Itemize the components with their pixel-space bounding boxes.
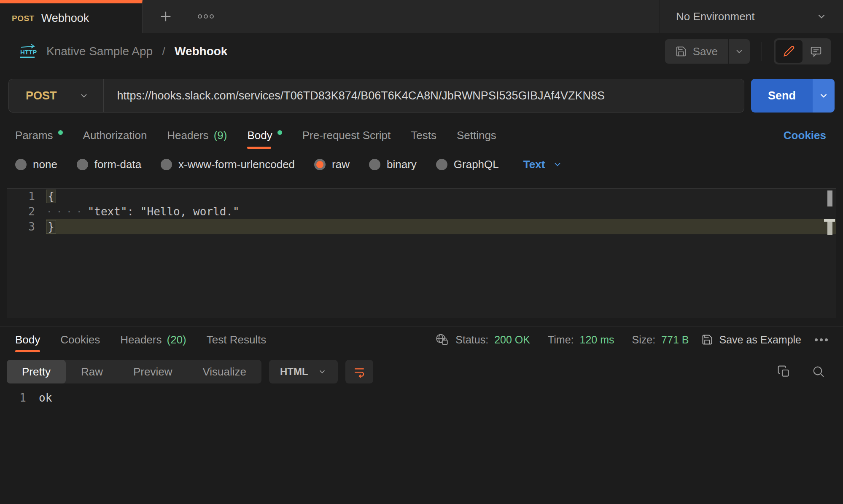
response-tab-body[interactable]: Body xyxy=(15,327,40,352)
response-line-number: 1 xyxy=(0,391,39,404)
close-brace: } xyxy=(46,220,56,233)
save-button-label: Save xyxy=(693,45,718,58)
response-line-text: ok xyxy=(39,391,52,404)
time-label: Time: xyxy=(548,334,574,346)
postman-window: POST Webhook No Environment HTTP Knative xyxy=(0,0,843,504)
radio-raw-label: raw xyxy=(332,158,350,171)
tab-settings-label: Settings xyxy=(457,129,496,142)
tab-params-label: Params xyxy=(15,129,53,142)
method-select[interactable]: POST xyxy=(9,79,103,112)
cookies-link[interactable]: Cookies xyxy=(784,122,828,149)
chevron-down-icon xyxy=(552,159,563,169)
tab-authorization-label: Authorization xyxy=(83,129,147,142)
response-headers-count: (20) xyxy=(167,333,186,346)
params-active-dot xyxy=(58,130,63,135)
radio-x-www-form-urlencoded[interactable]: x-www-form-urlencoded xyxy=(161,158,295,171)
radio-none[interactable]: none xyxy=(15,158,57,171)
code-line-1: 1 { xyxy=(7,189,836,204)
breadcrumb: HTTP Knative Sample App / Webhook xyxy=(19,43,227,59)
response-tab-test-results[interactable]: Test Results xyxy=(207,327,267,352)
request-header: HTTP Knative Sample App / Webhook Save xyxy=(0,33,843,70)
search-response-button[interactable] xyxy=(812,365,825,378)
more-options-icon xyxy=(197,13,215,20)
breadcrumb-separator: / xyxy=(162,45,165,58)
open-request-tab[interactable]: POST Webhook xyxy=(0,0,143,33)
tab-body-label: Body xyxy=(247,129,272,142)
method-label: POST xyxy=(26,89,57,102)
http-badge-icon: HTTP xyxy=(19,43,37,59)
radio-binary[interactable]: binary xyxy=(369,158,417,171)
body-type-bar: none form-data x-www-form-urlencoded raw… xyxy=(0,153,843,176)
globe-lock-icon xyxy=(435,333,450,346)
response-format-select[interactable]: HTML xyxy=(269,360,338,383)
view-preview[interactable]: Preview xyxy=(118,360,187,383)
response-body-viewer[interactable]: 1 ok xyxy=(0,383,843,504)
tab-params[interactable]: Params xyxy=(15,122,63,149)
save-options-button[interactable] xyxy=(729,39,750,64)
radio-graphql[interactable]: GraphQL xyxy=(436,158,499,171)
response-options-button[interactable] xyxy=(815,338,828,341)
response-view-switch: Pretty Raw Preview Visualize xyxy=(7,360,261,383)
tab-tests[interactable]: Tests xyxy=(411,122,436,149)
response-tab-headers[interactable]: Headers (20) xyxy=(120,327,186,352)
response-header: Body Cookies Headers (20) Test Results S… xyxy=(0,327,843,352)
tab-title: Webhook xyxy=(41,12,89,25)
tab-authorization[interactable]: Authorization xyxy=(83,122,147,149)
send-button[interactable]: Send xyxy=(751,79,813,113)
radio-raw[interactable]: raw xyxy=(314,158,350,171)
chevron-down-icon xyxy=(734,46,744,56)
url-input[interactable]: https://hooks.slack.com/services/T06TD83… xyxy=(104,79,744,112)
body-active-dot xyxy=(277,130,282,135)
view-pretty[interactable]: Pretty xyxy=(7,360,66,383)
breadcrumb-collection[interactable]: Knative Sample App xyxy=(46,45,153,58)
save-icon xyxy=(675,46,687,57)
save-button-group: Save xyxy=(665,39,750,64)
radio-circle xyxy=(77,159,88,170)
view-visualize[interactable]: Visualize xyxy=(187,360,261,383)
environment-selector[interactable]: No Environment xyxy=(660,0,843,33)
tab-body[interactable]: Body xyxy=(247,122,282,149)
raw-language-label: Text xyxy=(523,158,545,171)
new-tab-button[interactable] xyxy=(159,9,173,24)
response-tab-test-results-label: Test Results xyxy=(207,333,267,346)
request-section-tabs: Params Authorization Headers (9) Body Pr… xyxy=(0,122,843,149)
tab-pre-request-script[interactable]: Pre-request Script xyxy=(302,122,391,149)
code-line-3: 3 } xyxy=(7,219,836,234)
response-tab-headers-label: Headers xyxy=(120,333,162,346)
response-tab-body-label: Body xyxy=(15,333,40,346)
response-tab-cookies-label: Cookies xyxy=(60,333,100,346)
save-button[interactable]: Save xyxy=(665,39,728,64)
tab-pre-request-label: Pre-request Script xyxy=(302,129,391,142)
response-body-actions xyxy=(777,365,836,378)
request-body-editor[interactable]: 1 { 2 ···· "text": "Hello, world." 3 } xyxy=(7,188,836,318)
comments-button[interactable] xyxy=(803,40,830,63)
wrap-lines-button[interactable] xyxy=(345,360,373,383)
search-icon xyxy=(812,365,825,378)
radio-form-data-label: form-data xyxy=(94,158,141,171)
whitespace-dots: ···· xyxy=(46,205,86,218)
view-raw[interactable]: Raw xyxy=(66,360,118,383)
code-line-2: 2 ···· "text": "Hello, world." xyxy=(7,204,836,219)
tab-settings[interactable]: Settings xyxy=(457,122,496,149)
cursor-ruler-marker-stem xyxy=(827,222,832,235)
copy-response-button[interactable] xyxy=(777,365,791,378)
editor-scrollbar[interactable] xyxy=(827,190,833,317)
response-line-1: 1 ok xyxy=(0,390,843,405)
tab-headers[interactable]: Headers (9) xyxy=(167,122,227,149)
code-text: "text": "Hello, world." xyxy=(88,205,240,218)
headers-count: (9) xyxy=(214,129,227,142)
open-brace: { xyxy=(46,190,56,203)
tab-options-button[interactable] xyxy=(197,13,215,20)
scrollbar-thumb[interactable] xyxy=(827,190,832,206)
radio-graphql-label: GraphQL xyxy=(454,158,499,171)
header-divider xyxy=(762,42,762,61)
radio-form-data[interactable]: form-data xyxy=(77,158,141,171)
edit-request-button[interactable] xyxy=(776,40,803,63)
response-tab-cookies[interactable]: Cookies xyxy=(60,327,100,352)
raw-language-select[interactable]: Text xyxy=(523,158,563,171)
breadcrumb-request-name[interactable]: Webhook xyxy=(175,45,227,58)
line-number: 1 xyxy=(7,190,46,203)
line-number: 2 xyxy=(7,205,46,218)
send-options-button[interactable] xyxy=(813,79,835,113)
save-as-example-button[interactable]: Save as Example xyxy=(701,334,801,346)
